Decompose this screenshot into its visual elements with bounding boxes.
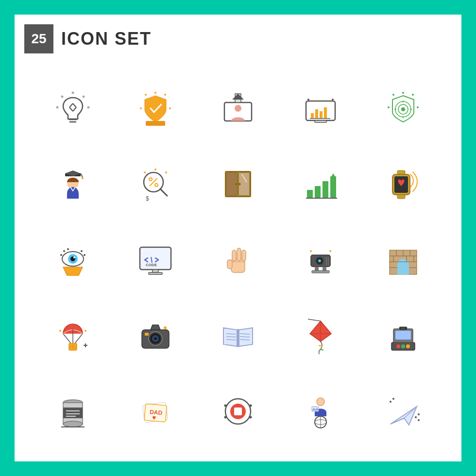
svg-rect-151 [395,331,411,340]
svg-point-18 [235,105,241,112]
svg-point-49 [165,171,167,173]
svg-text:CODE: CODE [146,263,157,267]
svg-line-148 [308,319,321,321]
svg-point-118 [59,330,61,332]
svg-point-135 [164,326,167,329]
svg-rect-64 [323,181,328,198]
icon-eye-cone [34,224,112,295]
svg-point-175 [317,398,324,406]
svg-rect-71 [397,195,405,199]
icon-bar-chart [282,149,359,220]
svg-point-81 [81,250,83,252]
svg-line-44 [81,173,83,177]
svg-point-133 [154,337,157,340]
svg-line-123 [75,334,83,343]
svg-line-140 [240,334,250,334]
svg-rect-16 [146,121,165,126]
svg-point-184 [418,413,420,415]
icon-projector [282,224,359,295]
svg-point-76 [73,256,75,258]
svg-text:DAD: DAD [150,408,163,416]
svg-point-180 [390,401,391,403]
svg-point-181 [392,398,394,400]
header: 25 ICON SET [24,24,452,53]
svg-point-99 [318,259,321,262]
icon-door [199,149,277,220]
icon-smartwatch [364,149,442,220]
svg-point-1 [83,96,85,98]
svg-line-139 [226,340,236,340]
icon-lightbulb [34,73,112,144]
svg-rect-29 [315,120,326,122]
svg-point-78 [63,250,65,252]
page-title: ICON SET [61,29,152,49]
svg-rect-24 [311,113,314,118]
icon-paper-plane [364,376,442,447]
svg-rect-63 [315,186,321,198]
svg-rect-89 [232,250,236,261]
svg-point-61 [238,183,241,186]
svg-rect-87 [149,272,162,274]
svg-rect-91 [242,250,246,261]
svg-point-2 [87,106,90,109]
svg-point-22 [332,99,334,101]
svg-rect-86 [153,270,158,272]
icon-target-shield [364,73,442,144]
svg-line-137 [226,334,236,334]
icons-grid: $ [24,68,452,452]
icon-presentation-globe [282,376,359,447]
svg-point-95 [329,250,331,252]
icon-graduate-woman [34,149,112,220]
icon-arch-gate [364,224,442,295]
svg-point-31 [417,106,419,108]
svg-point-154 [396,344,400,348]
svg-point-0 [72,92,74,94]
icon-search-percent: $ [117,149,194,220]
svg-point-45 [82,177,84,179]
icon-record-circle [199,376,277,447]
icon-tablet-chart [282,73,359,144]
svg-line-53 [150,178,157,186]
icon-camera [117,300,194,371]
svg-line-8 [69,107,73,111]
svg-point-37 [401,107,405,111]
svg-point-80 [84,254,85,256]
svg-line-5 [69,103,73,107]
svg-point-47 [144,171,146,173]
svg-line-121 [63,334,71,343]
svg-point-155 [401,344,405,348]
svg-rect-174 [234,408,242,415]
svg-line-6 [73,103,76,107]
svg-line-141 [240,337,250,337]
svg-marker-67 [330,173,336,178]
icon-kite [282,300,359,371]
icon-shield-check [117,73,194,144]
icon-parachute-delivery [34,300,112,371]
icon-open-book [199,300,277,371]
svg-point-60 [236,183,238,186]
svg-line-142 [240,340,250,340]
icon-can-filter [34,376,112,447]
svg-line-138 [226,337,236,337]
svg-marker-20 [232,94,244,100]
svg-point-48 [154,169,156,170]
svg-rect-68 [397,170,405,174]
svg-point-30 [402,92,404,94]
icon-code-monitor: CODE [117,224,194,295]
svg-point-51 [149,178,152,181]
svg-line-7 [73,107,76,111]
icon-hand-stop [199,224,277,295]
svg-point-12 [164,94,166,96]
svg-point-13 [140,107,142,109]
svg-point-11 [145,94,147,96]
svg-point-156 [406,344,410,348]
svg-rect-134 [145,333,149,336]
svg-rect-92 [227,260,232,269]
icon-voting-machine [364,300,442,371]
svg-point-77 [60,254,62,256]
svg-rect-153 [401,328,405,329]
svg-point-3 [56,106,59,109]
svg-point-32 [388,106,390,108]
svg-rect-90 [237,248,241,261]
svg-point-182 [415,416,417,418]
